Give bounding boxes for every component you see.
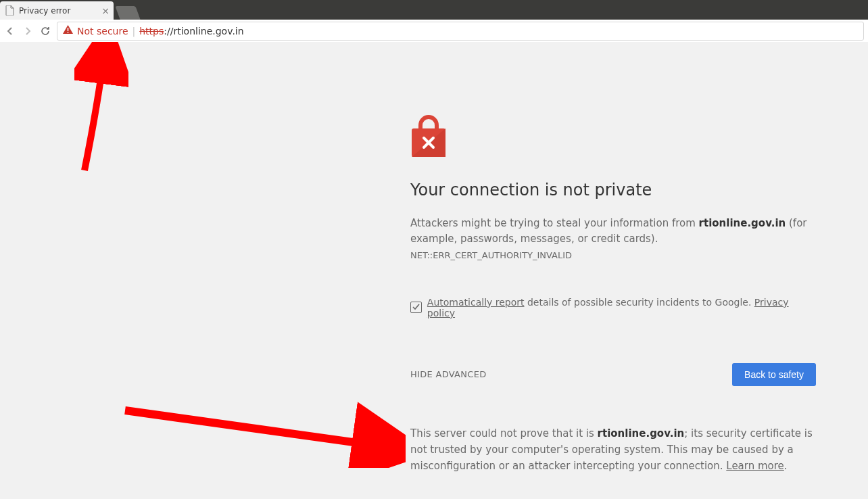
hide-advanced-button[interactable]: HIDE ADVANCED (410, 369, 487, 379)
advanced-prefix: This server could not prove that it is (410, 427, 598, 439)
error-domain: rtionline.gov.in (699, 217, 786, 229)
error-code: NET::ERR_CERT_AUTHORITY_INVALID (410, 250, 572, 260)
auto-report-row: Automatically report details of possible… (410, 297, 816, 318)
separator: | (132, 26, 136, 37)
forward-button[interactable] (22, 26, 34, 37)
auto-report-text: Automatically report details of possible… (427, 297, 816, 318)
button-row: HIDE ADVANCED Back to safety (410, 363, 816, 386)
auto-report-suffix: details of possible security incidents t… (525, 297, 754, 308)
auto-report-link[interactable]: Automatically report (427, 297, 525, 308)
annotation-arrow-icon (122, 400, 406, 468)
error-body-prefix: Attackers might be trying to steal your … (410, 217, 699, 229)
error-heading: Your connection is not private (410, 181, 816, 199)
page-content: Your connection is not private Attackers… (0, 42, 868, 499)
url-text: https://rtionline.gov.in (139, 26, 243, 37)
auto-report-checkbox[interactable] (410, 302, 422, 313)
advanced-domain: rtionline.gov.in (598, 427, 685, 439)
browser-toolbar: Not secure | https://rtionline.gov.in (0, 20, 868, 43)
address-bar[interactable]: Not secure | https://rtionline.gov.in (57, 22, 864, 41)
error-body: Attackers might be trying to steal your … (410, 216, 816, 263)
back-to-safety-button[interactable]: Back to safety (732, 363, 816, 386)
svg-rect-1 (68, 32, 69, 33)
back-button[interactable] (4, 26, 16, 37)
period: . (784, 460, 788, 472)
tab-title: Privacy error (19, 6, 70, 16)
advanced-details: This server could not prove that it is r… (410, 425, 816, 499)
browser-tab-strip: Privacy error × (0, 0, 868, 20)
security-status-label: Not secure (77, 26, 128, 37)
browser-tab-active[interactable]: Privacy error × (0, 1, 114, 20)
url-remainder: ://rtionline.gov.in (164, 26, 243, 37)
ssl-error-lock-icon (410, 115, 816, 160)
svg-rect-0 (68, 28, 69, 31)
reload-button[interactable] (39, 26, 51, 37)
close-icon[interactable]: × (101, 6, 110, 16)
annotation-arrow-icon (74, 42, 128, 191)
url-protocol-struck: https (139, 26, 164, 37)
warning-triangle-icon (63, 25, 73, 37)
document-icon (5, 5, 14, 16)
learn-more-link[interactable]: Learn more (726, 460, 784, 472)
new-tab-button[interactable] (115, 6, 140, 20)
